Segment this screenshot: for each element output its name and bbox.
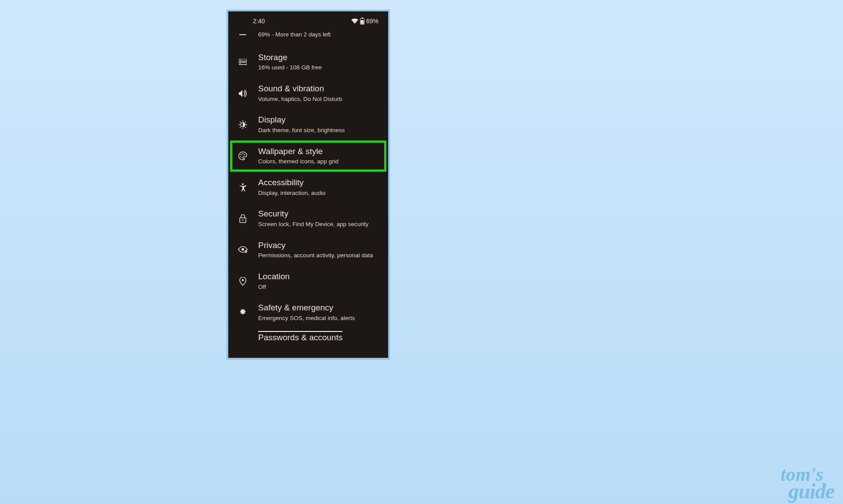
settings-row-sound-vibration[interactable]: Sound & vibrationVolume, haptics, Do Not… <box>228 78 388 109</box>
row-subtitle: 69% - More than 2 days left <box>258 31 379 39</box>
svg-point-6 <box>240 60 241 61</box>
lock-icon <box>238 214 248 223</box>
row-subtitle: Dark theme, font size, brightness <box>258 126 379 134</box>
svg-point-27 <box>242 279 244 281</box>
privacy-icon <box>238 246 248 253</box>
svg-point-17 <box>241 154 242 155</box>
accessibility-icon <box>238 183 248 192</box>
settings-row-storage[interactable]: Storage16% used - 108 GB free <box>228 47 388 78</box>
row-title: Storage <box>258 53 379 63</box>
wifi-icon <box>351 18 358 24</box>
row-title: Location <box>258 272 379 282</box>
svg-rect-3 <box>239 34 246 35</box>
status-time: 2:40 <box>253 18 265 25</box>
sound-icon <box>238 90 248 97</box>
svg-point-20 <box>240 156 241 158</box>
svg-point-23 <box>242 219 244 220</box>
phone-screenshot: 2:40 69% 69% - More than 2 days left Sto… <box>227 10 390 360</box>
row-title: Sound & vibration <box>258 84 379 94</box>
location-icon <box>238 277 248 286</box>
svg-line-13 <box>240 122 241 122</box>
status-bar: 2:40 69% <box>228 11 388 25</box>
row-subtitle: Volume, haptics, Do Not Disturb <box>258 95 379 103</box>
svg-point-24 <box>241 248 244 251</box>
watermark-logo: tom's guide <box>781 466 834 500</box>
status-right: 69% <box>351 18 378 25</box>
settings-list[interactable]: 69% - More than 2 days left Storage16% u… <box>228 25 388 342</box>
svg-point-21 <box>242 183 244 185</box>
row-title: Privacy <box>258 241 379 251</box>
settings-row-privacy[interactable]: PrivacyPermissions, account activity, pe… <box>228 234 388 266</box>
row-subtitle: Emergency SOS, medical info, alerts <box>258 314 379 322</box>
battery-icon <box>360 18 364 25</box>
row-title: Wallpaper & style <box>258 147 379 157</box>
palette-icon <box>238 151 248 160</box>
row-subtitle: Screen lock, Find My Device, app securit… <box>258 220 379 228</box>
row-subtitle: Off <box>258 283 379 291</box>
display-icon <box>238 120 248 129</box>
row-title: Accessibility <box>258 178 379 188</box>
settings-row-accessibility[interactable]: AccessibilityDisplay, interaction, audio <box>228 172 388 203</box>
settings-row-battery[interactable]: 69% - More than 2 days left <box>228 31 388 47</box>
svg-line-14 <box>245 127 246 128</box>
row-subtitle: 16% used - 108 GB free <box>258 64 379 72</box>
row-title: Display <box>258 115 379 125</box>
svg-point-18 <box>242 153 244 155</box>
storage-icon <box>238 59 248 65</box>
svg-line-16 <box>240 127 241 128</box>
settings-row-passwords-cut[interactable]: Passwords & accounts <box>228 328 388 342</box>
svg-line-15 <box>245 122 246 122</box>
row-title: Safety & emergency <box>258 303 379 313</box>
battery-row-icon <box>238 33 248 36</box>
svg-point-7 <box>240 63 241 64</box>
settings-row-wallpaper-style[interactable]: Wallpaper & styleColors, themed icons, a… <box>230 140 386 172</box>
row-subtitle: Display, interaction, audio <box>258 189 379 197</box>
svg-rect-26 <box>245 251 246 252</box>
svg-point-19 <box>244 154 245 155</box>
medical-icon <box>238 309 248 317</box>
svg-rect-2 <box>360 20 364 24</box>
row-title: Security <box>258 209 379 219</box>
row-subtitle: Permissions, account activity, personal … <box>258 252 379 259</box>
status-battery-pct: 69% <box>366 18 378 25</box>
settings-row-location[interactable]: LocationOff <box>228 266 388 297</box>
settings-row-safety-emergency[interactable]: Safety & emergencyEmergency SOS, medical… <box>228 297 388 328</box>
settings-row-security[interactable]: SecurityScreen lock, Find My Device, app… <box>228 203 388 234</box>
row-subtitle: Colors, themed icons, app grid <box>258 158 379 166</box>
settings-row-display[interactable]: DisplayDark theme, font size, brightness <box>228 109 388 140</box>
